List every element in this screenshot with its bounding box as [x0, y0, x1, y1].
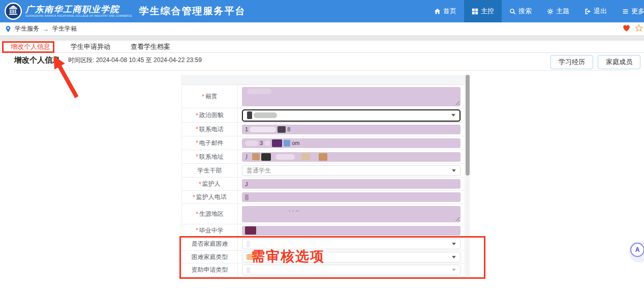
native-place-textarea[interactable]: [242, 87, 461, 106]
scrollbar-thumb[interactable]: [466, 75, 470, 176]
field-label-student-cadre: 学生干部: [182, 164, 238, 177]
chevron-down-icon: [451, 114, 455, 117]
redaction-block: [261, 153, 271, 161]
label-text: 是否家庭困难: [192, 240, 228, 248]
favorite-heart-icon[interactable]: [622, 24, 631, 33]
redaction-block: [319, 153, 327, 161]
difficult-family-type-select[interactable]: [242, 252, 461, 263]
redaction-block: [272, 139, 282, 147]
label-text: 联系地址: [199, 153, 224, 161]
field-cell-family-difficulty: [238, 237, 465, 250]
redaction-block: [245, 194, 249, 200]
redaction-smear: [264, 140, 270, 146]
contact-address-input[interactable]: 丿: [242, 152, 461, 162]
field-label-family-difficulty: 是否家庭困难: [182, 237, 238, 250]
navbar-menu: 首页主控搜索主题退出更多: [426, 0, 644, 22]
redaction-block: [301, 153, 310, 160]
redaction-block: [247, 111, 252, 119]
more-icon: [622, 8, 629, 15]
contact-phone-input[interactable]: 18: [242, 125, 461, 134]
resize-handle-icon[interactable]: [454, 216, 459, 221]
required-asterisk: *: [196, 211, 198, 218]
tab-bar: 增改个人信息学生申请异动查看学生档案: [0, 41, 644, 53]
breadcrumb-separator: →: [43, 25, 49, 33]
selected-value: 普通学生: [247, 166, 271, 175]
field-label-guardian-phone: *监护人电话: [182, 191, 238, 204]
field-cell-guardian: J: [238, 178, 465, 190]
nav-item-logout[interactable]: 退出: [577, 0, 615, 22]
redacted-fragment: 丿: [245, 153, 251, 161]
redaction-block: [284, 140, 290, 147]
label-text: 困难家庭类型: [192, 253, 228, 262]
assistant-icon[interactable]: A: [630, 243, 644, 257]
nav-item-label: 主题: [556, 7, 569, 16]
graduate-school-input[interactable]: [242, 226, 461, 236]
form-row-student-cadre: 学生干部普通学生: [182, 164, 465, 178]
breadcrumb-item-student-service[interactable]: 学生服务: [15, 24, 39, 33]
nav-item-home[interactable]: 首页: [426, 0, 464, 22]
field-cell-native-place: [238, 85, 465, 108]
field-cell-origin-region: · · ··: [238, 204, 465, 224]
home-icon: [434, 8, 441, 15]
redacted-fragment: 3: [260, 140, 263, 146]
form-row-guardian-phone: *监护人电话: [182, 191, 465, 204]
nav-item-search[interactable]: 搜索: [502, 0, 539, 22]
resize-handle-icon[interactable]: [454, 100, 459, 105]
chevron-down-icon: [452, 269, 456, 271]
field-cell-email: 3om: [238, 136, 465, 150]
label-text: 监护人: [202, 180, 221, 188]
field-cell-contact-phone: 18: [238, 123, 465, 136]
field-label-political-status: *政治面貌: [182, 108, 238, 122]
field-cell-student-cadre: 普通学生: [238, 164, 465, 177]
nav-item-dashboard[interactable]: 主控: [464, 0, 502, 22]
funding-apply-type-select[interactable]: [242, 265, 461, 275]
label-text: 毕业中学: [199, 226, 224, 235]
breadcrumb-item-student-roll[interactable]: 学生学籍: [52, 24, 77, 33]
field-label-funding-apply-type: 资助申请类型: [182, 264, 238, 276]
college-name-block: 广东南华工商职业学院 GUANGDONG NANHUA VOCATIONAL C…: [25, 5, 132, 17]
tab-view-student-archive[interactable]: 查看学生档案: [131, 42, 170, 51]
email-input[interactable]: 3om: [242, 138, 461, 148]
nav-item-theme[interactable]: 主题: [539, 0, 577, 22]
tab-student-change-apply[interactable]: 学生申请异动: [71, 42, 110, 51]
required-asterisk: *: [196, 227, 198, 234]
redacted-fragment: 8: [287, 126, 290, 132]
form-toolbar: [182, 75, 465, 85]
field-cell-graduate-school: [238, 224, 465, 237]
required-asterisk: *: [199, 181, 201, 188]
nav-item-more[interactable]: 更多: [615, 0, 644, 22]
form-scrollbar[interactable]: [466, 75, 470, 277]
field-label-native-place: *籍贯: [182, 85, 238, 108]
required-asterisk: *: [196, 153, 198, 160]
redaction-block: [245, 226, 256, 235]
redacted-fragment: J: [245, 181, 248, 187]
tab-edit-personal-info[interactable]: 增改个人信息: [11, 42, 50, 51]
location-pin-icon: [5, 25, 12, 33]
personal-info-form: *籍贯*政治面貌*联系电话18*电子邮件3om*联系地址丿学生干部普通学生*监护…: [181, 75, 465, 277]
label-text: 学生干部: [198, 166, 222, 175]
dashboard-icon: [472, 8, 478, 15]
family-difficulty-select[interactable]: [242, 239, 461, 249]
nav-item-label: 首页: [443, 7, 456, 16]
learning-experience-button[interactable]: 学习经历: [550, 55, 593, 69]
redaction-smear: [245, 140, 258, 146]
political-status-select[interactable]: [242, 109, 461, 122]
guardian-input[interactable]: J: [242, 179, 461, 189]
student-cadre-select[interactable]: 普通学生: [242, 165, 461, 176]
family-members-button[interactable]: 家庭成员: [598, 55, 640, 69]
redacted-fragment: om: [292, 140, 299, 146]
guardian-phone-input[interactable]: [242, 192, 461, 202]
nav-item-label: 搜索: [518, 7, 532, 16]
required-asterisk: *: [196, 126, 198, 133]
header-actions: 学习经历家庭成员: [550, 55, 640, 69]
college-name: 广东南华工商职业学院: [25, 5, 132, 14]
label-text: 联系电话: [199, 125, 224, 134]
redaction-smear: [250, 127, 276, 132]
field-label-contact-phone: *联系电话: [182, 123, 238, 136]
origin-region-textarea[interactable]: · · ··: [242, 206, 461, 222]
form-row-email: *电子邮件3om: [182, 136, 465, 150]
favorite-star-icon[interactable]: [635, 24, 643, 32]
divider-band: [0, 35, 644, 41]
assistant-float-button[interactable]: A: [629, 241, 644, 263]
form-row-graduate-school: *毕业中学: [182, 224, 465, 237]
